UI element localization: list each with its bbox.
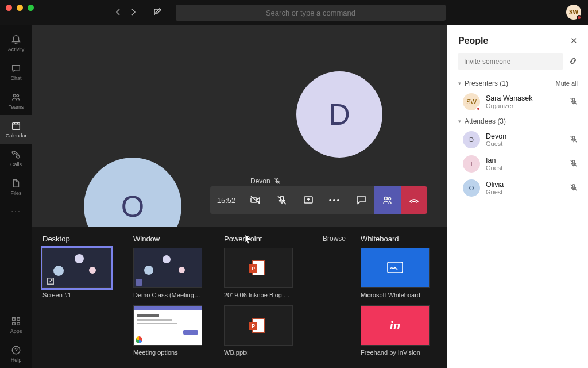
presence-busy-icon [476,106,481,111]
share-whiteboard-ms[interactable]: Microsoft Whiteboard [361,248,430,298]
svg-point-0 [13,94,16,97]
people-panel: People ✕ Presenters (1) Mute all SW Sara… [447,25,588,368]
share-desktop-screen1[interactable]: Screen #1 [42,248,111,298]
tray-whiteboard-heading: Whiteboard [361,235,436,243]
rail-activity[interactable]: Activity [0,29,32,57]
avatar: SW [463,93,480,110]
video-stage: D O Devon 15:52 ••• [32,25,447,227]
mic-muted-icon[interactable] [570,159,578,169]
share-whiteboard-invision[interactable]: in Freehand by InVision [361,305,430,356]
person-row[interactable]: O OliviaGuest [447,176,588,200]
avatar: O [463,179,480,197]
popout-icon [47,277,55,285]
svg-rect-6 [17,322,20,325]
svg-rect-2 [13,122,20,129]
toggle-chat-button[interactable] [348,186,374,214]
rail-calendar[interactable]: Calendar [0,115,32,144]
nav-forward-icon[interactable] [130,8,137,17]
nav-back-icon[interactable] [115,8,122,17]
teams-app-icon [136,279,142,286]
speaker-label: Devon [250,177,281,185]
rail-calls[interactable]: Calls [0,144,32,172]
mic-muted-icon[interactable] [570,183,578,193]
rail-chat[interactable]: Chat [0,57,32,86]
invite-input[interactable] [458,53,563,70]
avatar-initials: SW [569,9,578,16]
browse-link[interactable]: Browse [323,235,346,243]
share-window-meeting-options[interactable]: Meeting options [133,305,202,356]
share-tray: Desktop Screen #1 Window [32,227,447,368]
svg-rect-3 [13,317,16,320]
avatar: D [463,131,480,148]
share-ppt-2[interactable]: WB.pptx [224,305,293,356]
whiteboard-icon [386,261,404,275]
avatar: I [463,155,480,172]
share-screen-button[interactable] [295,186,322,214]
invision-icon: in [390,318,400,333]
meeting-control-bar: 15:52 ••• [210,186,427,214]
attendees-section-header[interactable]: Attendees (3) [447,114,588,128]
participant-bubble-olivia[interactable]: O [84,158,181,227]
toggle-people-button[interactable] [374,186,401,214]
close-people-button[interactable]: ✕ [570,36,578,46]
rail-teams[interactable]: Teams [0,86,32,115]
hang-up-button[interactable] [401,186,427,214]
powerpoint-file-icon [252,318,265,333]
share-window-demo-class[interactable]: Demo Class (Meeting) | … [133,248,202,298]
presenters-section-header[interactable]: Presenters (1) Mute all [447,76,588,90]
mic-muted-icon [274,178,281,185]
chrome-app-icon [136,336,142,343]
mute-all-button[interactable]: Mute all [555,80,578,87]
search-input[interactable] [176,5,446,21]
compose-icon[interactable] [153,7,162,18]
svg-rect-5 [13,322,16,325]
mic-muted-icon[interactable] [570,135,578,145]
presence-busy-icon [577,15,582,20]
svg-rect-4 [17,317,20,320]
more-actions-button[interactable]: ••• [322,186,348,214]
rail-files[interactable]: Files [0,172,32,201]
svg-point-1 [17,94,19,97]
svg-point-11 [389,198,391,200]
toggle-camera-button[interactable] [242,186,269,214]
toggle-mic-button[interactable] [269,186,295,214]
copy-link-icon[interactable] [568,56,578,67]
rail-apps[interactable]: Apps [0,310,32,339]
call-duration: 15:52 [210,186,242,214]
svg-point-10 [385,197,388,200]
powerpoint-file-icon [252,260,265,275]
share-ppt-1[interactable]: 2019.06 Inknoe Blog Lau… [224,248,293,298]
topbar: SW [0,0,588,25]
people-title: People [458,36,488,46]
rail-help[interactable]: Help [0,339,32,368]
window-traffic-lights[interactable] [6,5,34,11]
current-user-avatar[interactable]: SW [566,5,581,20]
tray-powerpoint-heading: PowerPointBrowse [224,235,346,243]
person-row[interactable]: SW Sara Wanasek Organizer [447,90,588,114]
person-row[interactable]: I IanGuest [447,152,588,176]
rail-more[interactable]: ··· [0,201,32,221]
tray-window-heading: Window [133,235,209,243]
mic-muted-icon[interactable] [570,97,578,107]
app-rail: Activity Chat Teams Calendar Calls Files… [0,25,32,368]
tray-desktop-heading: Desktop [42,235,118,243]
meeting-main: D O Devon 15:52 ••• [32,25,447,368]
participant-bubble-devon[interactable]: D [296,71,382,158]
person-row[interactable]: D DevonGuest [447,128,588,152]
